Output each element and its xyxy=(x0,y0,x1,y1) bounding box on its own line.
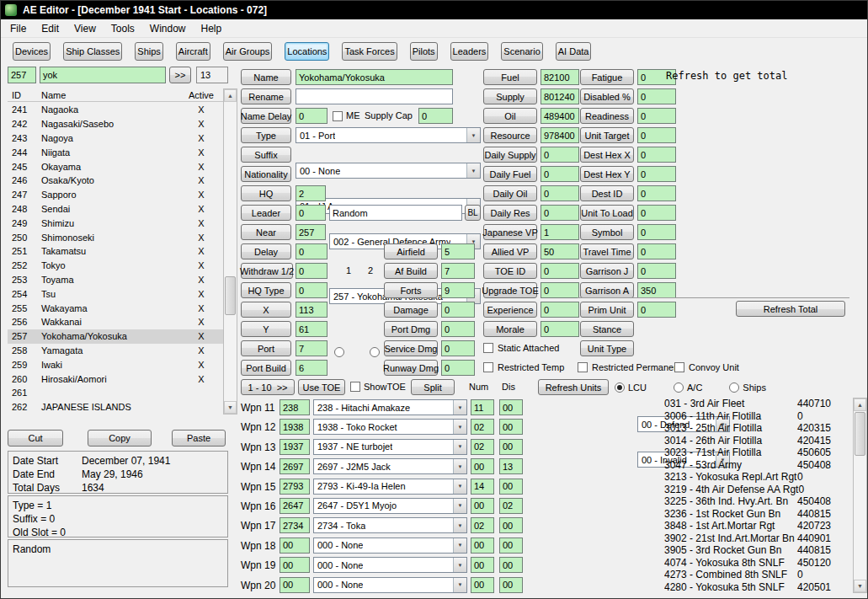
stat-value-field[interactable]: 489400 xyxy=(541,108,579,124)
stat-value-field[interactable]: 0 xyxy=(637,108,676,124)
port-dmg-label-button[interactable]: Port Dmg xyxy=(384,321,438,337)
runway-dmg-label-button[interactable]: Runway Dmg xyxy=(384,360,438,376)
airfield-field[interactable]: 5 xyxy=(441,243,475,259)
table-row[interactable]: 244 Niigata X xyxy=(8,145,223,159)
stat-label-button[interactable]: Symbol xyxy=(580,224,634,240)
radio-option[interactable]: Ships xyxy=(729,382,766,393)
weapon-dis-field[interactable]: 00 xyxy=(499,399,523,415)
port-build-field[interactable]: 6 xyxy=(296,360,327,376)
radio-option[interactable]: LCU xyxy=(615,382,647,393)
stat-label-button[interactable]: Prim Unit xyxy=(580,302,634,318)
weapon-id-field[interactable]: 1937 xyxy=(280,439,310,455)
name-delay-label-button[interactable]: Name Delay xyxy=(241,108,291,124)
stat-label-button[interactable]: Allied VP xyxy=(483,243,537,259)
weapon-num-field[interactable]: 02 xyxy=(471,517,494,533)
leader-name-field[interactable]: Random xyxy=(329,205,462,221)
scroll-up-icon[interactable]: ▲ xyxy=(854,398,866,411)
stat-value-field[interactable]: 801240 xyxy=(541,88,579,104)
stat-value-field[interactable]: 0 xyxy=(541,302,579,318)
paste-button[interactable]: Paste xyxy=(172,430,226,447)
toolbar-tab[interactable]: Scenario xyxy=(501,42,542,61)
table-row[interactable]: 246 Osaka/Kyoto X xyxy=(8,174,223,188)
toolbar-tab[interactable]: AI Data xyxy=(556,42,592,61)
weapon-id-field[interactable]: 1938 xyxy=(280,419,310,435)
stat-value-field[interactable]: 0 xyxy=(637,185,676,201)
table-row[interactable]: 243 Nagoya X xyxy=(8,131,223,146)
weapon-num-field[interactable]: 00 xyxy=(471,498,494,514)
stat-label-button[interactable]: Morale xyxy=(483,321,537,337)
weapon-id-field[interactable]: 2697 xyxy=(280,458,310,474)
me-checkbox[interactable] xyxy=(333,111,343,121)
unit-list-item[interactable]: 3848 - 1st Art.Mortar Rgt 420723 xyxy=(664,520,851,532)
y-field[interactable]: 61 xyxy=(296,321,327,337)
stat-label-button[interactable]: Disabled % xyxy=(580,88,634,104)
leader-num-field[interactable]: 0 xyxy=(296,205,326,221)
menu-item[interactable]: File xyxy=(3,20,34,37)
weapon-id-field[interactable]: 00 xyxy=(280,577,310,593)
stat-label-button[interactable]: Garrison J xyxy=(580,263,634,279)
weapon-dis-field[interactable]: 00 xyxy=(499,419,523,435)
stat-value-field[interactable]: 0 xyxy=(637,127,676,143)
stat-value-field[interactable]: 0 xyxy=(541,147,579,163)
unit-list-item[interactable]: 3014 - 26th Air Flotilla 420415 xyxy=(664,435,851,447)
forts-label-button[interactable]: Forts xyxy=(384,282,438,298)
delay-field[interactable]: 0 xyxy=(296,243,327,259)
weapon-dis-field[interactable]: 00 xyxy=(499,557,523,573)
restricted-permanent-checkbox[interactable] xyxy=(578,362,588,372)
split-button[interactable]: Split xyxy=(411,379,455,395)
weapon-id-field[interactable]: 2734 xyxy=(280,517,310,533)
weapon-id-field[interactable]: 00 xyxy=(280,557,310,573)
refresh-total-button[interactable]: Refresh Total xyxy=(736,301,845,317)
weapon-dropdown[interactable]: 2734 - Toka ▼ xyxy=(313,517,467,533)
stat-value-field[interactable]: 0 xyxy=(541,205,579,221)
menu-item[interactable]: View xyxy=(67,20,104,37)
withdraw-radio-2[interactable] xyxy=(370,347,380,357)
unit-list-item[interactable]: 3213 - Yokosuka Repl.Art Rgt 0 xyxy=(664,471,851,484)
table-row[interactable]: 250 Shimonoseki X xyxy=(8,230,223,244)
radio-option[interactable]: A/C xyxy=(674,382,702,393)
af-build-field[interactable]: 7 xyxy=(441,263,475,279)
stat-value-field[interactable]: 0 xyxy=(637,166,676,182)
unit-list-item[interactable]: 3905 - 3rd Rocket Gun Bn 440815 xyxy=(664,544,851,557)
toolbar-tab[interactable]: Locations xyxy=(285,42,329,61)
weapon-num-field[interactable]: 11 xyxy=(471,399,494,415)
weapon-dis-field[interactable]: 13 xyxy=(499,458,523,474)
table-row[interactable]: 253 Toyama X xyxy=(8,273,223,287)
table-row[interactable]: 256 Wakkanai X xyxy=(8,315,223,329)
weapon-dropdown[interactable]: 1937 - NE turbojet ▼ xyxy=(313,439,467,455)
stat-label-button[interactable]: Upgrade TOE xyxy=(483,282,537,298)
name-delay-field[interactable]: 0 xyxy=(296,108,327,124)
stat-value-field[interactable]: 0 xyxy=(541,166,579,182)
unit-list-item[interactable]: 3225 - 36th Ind. Hvy.Art. Bn 450408 xyxy=(664,495,851,508)
toolbar-tab[interactable]: Pilots xyxy=(410,42,438,61)
stat-label-button[interactable]: Unit Target xyxy=(580,127,634,143)
stat-value-field[interactable]: 0 xyxy=(637,205,676,221)
stat-value-field[interactable]: 82100 xyxy=(541,69,579,85)
wpn-range-button[interactable]: 1 - 10 >> xyxy=(241,379,295,395)
stat-value-field[interactable]: 1 xyxy=(541,224,579,240)
table-row[interactable]: 261 xyxy=(8,386,223,400)
hq-label-button[interactable]: HQ xyxy=(241,185,291,201)
bl-button[interactable]: BL xyxy=(465,205,481,221)
stat-label-button[interactable]: Oil xyxy=(483,108,537,124)
table-row[interactable]: 252 Tokyo X xyxy=(8,259,223,273)
toolbar-tab[interactable]: Ships xyxy=(135,42,163,61)
weapon-id-field[interactable]: 00 xyxy=(280,537,310,554)
port-build-label-button[interactable]: Port Build xyxy=(241,360,291,376)
stat-label-button[interactable]: Daily Fuel xyxy=(483,166,537,182)
stat-label-button[interactable]: Travel Time xyxy=(580,243,634,259)
damage-label-button[interactable]: Damage xyxy=(384,302,438,318)
stat-value-field[interactable]: 0 xyxy=(541,263,579,279)
scrollbar-thumb[interactable] xyxy=(225,276,236,315)
menu-item[interactable]: Edit xyxy=(34,20,67,37)
stat-label-button[interactable]: Dest Hex Y xyxy=(580,166,634,182)
static-attached-checkbox[interactable] xyxy=(483,343,493,353)
use-toe-button[interactable]: Use TOE xyxy=(298,379,345,395)
scroll-up-icon[interactable]: ▲ xyxy=(224,89,237,102)
weapon-dis-field[interactable]: 02 xyxy=(499,498,523,514)
table-row[interactable]: 254 Tsu X xyxy=(8,286,223,301)
toolbar-tab[interactable]: Devices xyxy=(13,42,51,61)
stat-value-field[interactable]: 0 xyxy=(541,282,579,298)
rename-input[interactable] xyxy=(296,88,453,104)
menu-item[interactable]: Tools xyxy=(104,20,142,37)
